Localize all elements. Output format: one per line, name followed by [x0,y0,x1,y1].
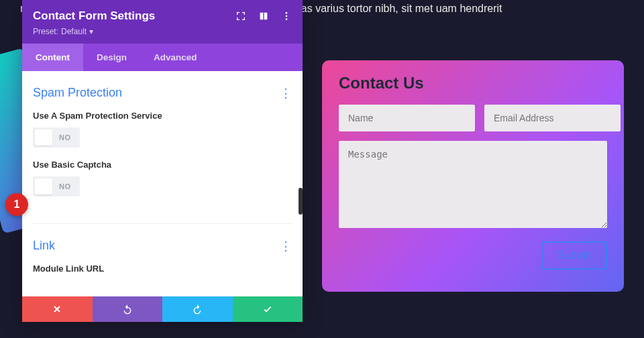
undo-button[interactable] [93,296,163,322]
section-spam: Spam Protection ⋮ Use A Spam Protection … [33,71,292,224]
toggle-knob [35,129,52,146]
basic-captcha-label: Use Basic Captcha [33,160,292,170]
settings-panel: Contact Form Settings Preset: Default ▾ … [22,0,303,322]
panel-footer [22,296,303,322]
section-spam-title: Spam Protection [33,86,122,100]
submit-button[interactable]: Submit [541,241,607,270]
module-link-url-label: Module Link URL [33,264,292,274]
more-icon[interactable] [281,11,292,21]
tab-design[interactable]: Design [83,44,140,71]
email-input[interactable] [484,105,621,131]
cancel-button[interactable] [22,296,93,322]
preset-selector[interactable]: Preset: Default ▾ [33,27,93,36]
save-button[interactable] [233,296,303,322]
undo-icon [122,304,133,315]
toggle-label: NO [52,133,78,142]
scrollbar-thumb[interactable] [299,188,303,215]
column-icon[interactable] [258,11,269,21]
redo-button[interactable] [162,296,233,322]
message-textarea[interactable] [339,141,607,228]
contact-title: Contact Us [339,74,607,93]
check-icon [262,304,273,315]
section-link-title: Link [33,239,55,253]
preset-label: Preset: [33,27,58,36]
panel-body[interactable]: Spam Protection ⋮ Use A Spam Protection … [22,71,303,296]
svg-point-1 [286,15,288,17]
toggle-label: NO [52,182,78,190]
section-menu-icon[interactable]: ⋮ [280,87,292,99]
expand-icon[interactable] [235,11,246,21]
tab-advanced[interactable]: Advanced [140,44,211,71]
svg-point-0 [286,12,288,14]
name-input[interactable] [339,105,475,131]
section-link: Link ⋮ Module Link URL [33,224,292,295]
spam-service-label: Use A Spam Protection Service [33,111,292,121]
preset-value: Default [61,27,87,36]
redo-icon [192,304,203,315]
contact-form-preview: Contact Us Submit [322,60,624,292]
tab-content[interactable]: Content [22,44,83,71]
spam-service-toggle[interactable]: NO [33,127,80,148]
section-menu-icon[interactable]: ⋮ [280,240,292,252]
step-badge: 1 [5,193,28,216]
chevron-down-icon: ▾ [89,27,93,36]
close-icon [52,304,62,315]
panel-header: Contact Form Settings Preset: Default ▾ [22,0,303,44]
svg-point-2 [286,18,288,20]
toggle-knob [35,178,52,194]
tabs: Content Design Advanced [22,44,303,71]
panel-title: Contact Form Settings [33,9,155,23]
basic-captcha-toggle[interactable]: NO [33,176,80,196]
